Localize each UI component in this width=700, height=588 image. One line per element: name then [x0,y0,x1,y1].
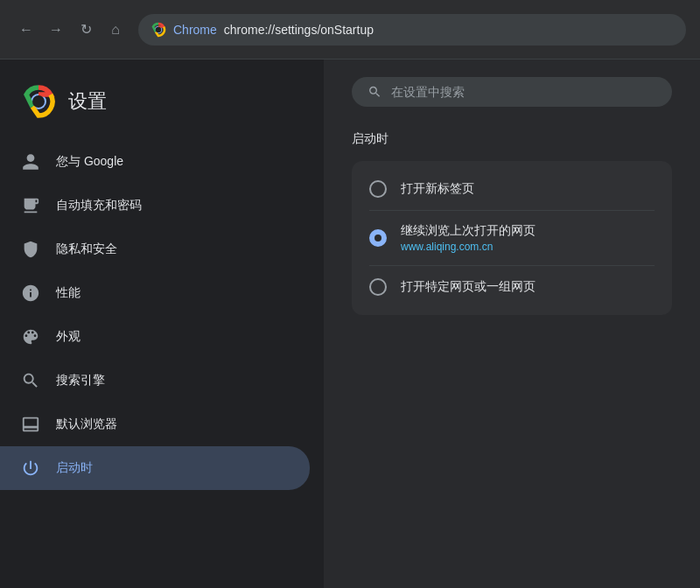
option-continue-label: 继续浏览上次打开的网页 [401,223,536,239]
sidebar-item-privacy-label: 隐私和安全 [56,242,117,257]
chrome-logo-large-icon [21,84,56,119]
sidebar-item-search-label: 搜索引擎 [56,373,105,388]
reload-button[interactable]: ↻ [74,18,98,42]
option-continue-sublabel: www.aliqing.com.cn [401,241,536,253]
address-text: chrome://settings/onStartup [224,23,374,37]
sidebar-item-autofill[interactable]: 自动填充和密码 [0,184,310,228]
sidebar-item-autofill-label: 自动填充和密码 [56,198,142,214]
option-new-tab[interactable]: 打开新标签页 [352,168,672,210]
performance-icon [21,284,40,303]
svg-point-3 [32,95,45,108]
main-content: 启动时 打开新标签页 继续浏览上次打开的网页 www.aliqing [324,60,700,588]
option-specific[interactable]: 打开特定网页或一组网页 [352,266,672,308]
sidebar-item-appearance[interactable]: 外观 [0,315,310,359]
sidebar: 设置 您与 Google 自动填充和密码 隐私和安全 性能 [0,60,324,588]
option-new-tab-text: 打开新标签页 [401,181,474,197]
search-bar[interactable] [352,77,672,107]
brand-label: Chrome [173,23,217,37]
sidebar-item-appearance-label: 外观 [56,329,80,345]
address-bar[interactable]: Chrome chrome://settings/onStartup [138,14,686,46]
sidebar-item-startup[interactable]: 启动时 [0,446,310,490]
radio-specific[interactable] [369,278,387,296]
sidebar-item-google-label: 您与 Google [56,154,123,170]
search-input[interactable] [391,85,656,99]
section-title: 启动时 [352,131,672,147]
browser-toolbar: ← → ↻ ⌂ Chrome chrome://settings/onStart… [0,0,700,60]
person-icon [21,152,40,172]
palette-icon [21,327,40,346]
back-button[interactable]: ← [14,18,38,42]
forward-button[interactable]: → [44,18,68,42]
radio-new-tab[interactable] [369,180,387,198]
option-specific-label: 打开特定网页或一组网页 [401,279,536,295]
sidebar-item-privacy[interactable]: 隐私和安全 [0,228,310,271]
sidebar-item-browser-label: 默认浏览器 [56,416,117,432]
power-icon [21,458,40,478]
chrome-logo-icon [150,22,166,38]
option-specific-text: 打开特定网页或一组网页 [401,279,536,295]
options-card: 打开新标签页 继续浏览上次打开的网页 www.aliqing.com.cn [352,161,672,315]
sidebar-title: 设置 [68,88,107,115]
option-continue-text: 继续浏览上次打开的网页 www.aliqing.com.cn [401,223,536,253]
sidebar-item-google[interactable]: 您与 Google [0,140,310,184]
home-button[interactable]: ⌂ [103,18,128,42]
sidebar-header: 设置 [0,74,324,140]
radio-continue[interactable] [369,229,387,247]
option-continue[interactable]: 继续浏览上次打开的网页 www.aliqing.com.cn [352,211,672,265]
shield-icon [21,240,40,259]
nav-buttons: ← → ↻ ⌂ [14,18,128,42]
settings-container: 设置 您与 Google 自动填充和密码 隐私和安全 性能 [0,60,700,588]
sidebar-item-startup-label: 启动时 [56,460,93,476]
autofill-icon [21,196,40,215]
sidebar-item-search[interactable]: 搜索引擎 [0,359,310,402]
sidebar-item-performance-label: 性能 [56,285,80,301]
browser-icon [21,415,40,434]
svg-point-1 [156,26,161,32]
sidebar-item-browser[interactable]: 默认浏览器 [0,402,310,446]
option-new-tab-label: 打开新标签页 [401,181,474,197]
search-icon [21,371,40,390]
search-bar-icon [368,84,382,100]
sidebar-item-performance[interactable]: 性能 [0,271,310,315]
